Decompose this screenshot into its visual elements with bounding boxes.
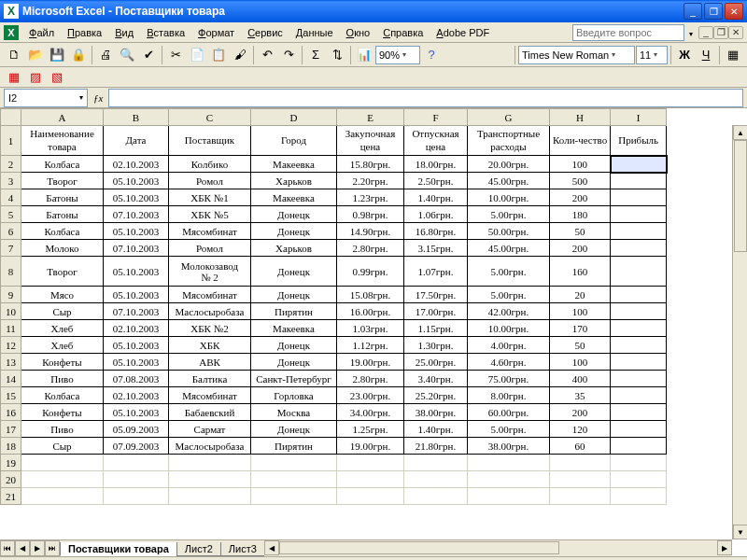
cell[interactable]: Санкт-Петербург: [251, 371, 337, 387]
cell[interactable]: [611, 189, 667, 206]
header-cell[interactable]: Коли-чество: [550, 126, 611, 156]
row-header-9[interactable]: 9: [1, 287, 21, 303]
open-button[interactable]: 📂: [25, 45, 46, 65]
cell[interactable]: [404, 488, 468, 505]
cell[interactable]: [468, 455, 550, 471]
cell[interactable]: 50: [550, 223, 611, 240]
cell[interactable]: 60.00грн.: [468, 404, 550, 421]
cell[interactable]: Хлеб: [21, 337, 104, 354]
menu-Окно[interactable]: Окно: [340, 25, 377, 40]
zoom-combo[interactable]: 90%▾: [375, 46, 420, 64]
row-header-13[interactable]: 13: [1, 354, 21, 371]
cell[interactable]: 38.00грн.: [468, 438, 550, 455]
cell[interactable]: Сармат: [169, 421, 251, 438]
cell[interactable]: [337, 488, 404, 505]
cell[interactable]: Харьков: [251, 240, 337, 257]
cell[interactable]: [104, 455, 169, 471]
cell[interactable]: 4.00грн.: [468, 337, 550, 354]
select-all-corner[interactable]: [1, 109, 21, 126]
cell[interactable]: 1.40грн.: [404, 421, 468, 438]
cell[interactable]: 5.00грн.: [468, 421, 550, 438]
pdf-btn-3[interactable]: ▧: [47, 67, 67, 88]
cell[interactable]: 1.06грн.: [404, 206, 468, 223]
cell[interactable]: [104, 471, 169, 488]
cell[interactable]: ХБК: [169, 337, 251, 354]
cell[interactable]: Макеевка: [251, 189, 337, 206]
cell[interactable]: 07.08.2003: [104, 371, 169, 387]
cell[interactable]: Колбаса: [21, 156, 104, 173]
col-header-D[interactable]: D: [251, 109, 337, 126]
menu-Формат[interactable]: Формат: [191, 25, 241, 40]
cell[interactable]: 05.10.2003: [104, 287, 169, 303]
format-painter-button[interactable]: 🖌: [230, 45, 250, 65]
cell[interactable]: Мясо: [21, 287, 104, 303]
cell[interactable]: Пирятин: [251, 303, 337, 320]
cell[interactable]: [404, 455, 468, 471]
cell[interactable]: [611, 404, 667, 421]
preview-button[interactable]: 🔍: [117, 45, 137, 65]
scroll-thumb-h[interactable]: [279, 541, 559, 554]
cell[interactable]: [169, 488, 251, 505]
cell[interactable]: 2.50грн.: [404, 173, 468, 189]
font-name-combo[interactable]: Times New Roman▾: [518, 46, 635, 64]
cell[interactable]: Колбаса: [21, 223, 104, 240]
fill-color-button[interactable]: ▦: [723, 45, 743, 65]
col-header-H[interactable]: H: [550, 109, 611, 126]
sheet-last-button[interactable]: ⏭: [45, 540, 60, 556]
cell[interactable]: [337, 455, 404, 471]
cell[interactable]: 21.80грн.: [404, 438, 468, 455]
col-header-E[interactable]: E: [337, 109, 404, 126]
cell[interactable]: 160: [550, 257, 611, 287]
cell[interactable]: [251, 455, 337, 471]
row-header-5[interactable]: 5: [1, 206, 21, 223]
menu-Вставка[interactable]: Вставка: [140, 25, 191, 40]
cell[interactable]: 42.00грн.: [468, 303, 550, 320]
cell[interactable]: 5.00грн.: [468, 287, 550, 303]
chart-button[interactable]: 📊: [354, 45, 374, 65]
cell[interactable]: [611, 455, 667, 471]
cell[interactable]: 05.10.2003: [104, 173, 169, 189]
cell[interactable]: 0.99грн.: [337, 257, 404, 287]
header-cell[interactable]: Транспортныерасходы: [468, 126, 550, 156]
cell[interactable]: АВК: [169, 354, 251, 371]
header-cell[interactable]: Поставщик: [169, 126, 251, 156]
menu-Вид[interactable]: Вид: [108, 25, 140, 40]
doc-restore-button[interactable]: ❐: [713, 26, 728, 39]
row-header-1[interactable]: 1: [1, 126, 21, 156]
bold-button[interactable]: Ж: [674, 45, 695, 65]
cell[interactable]: [611, 156, 667, 173]
cell[interactable]: 1.23грн.: [337, 189, 404, 206]
save-button[interactable]: 💾: [47, 45, 67, 65]
row-header-6[interactable]: 6: [1, 223, 21, 240]
cell[interactable]: 45.00грн.: [468, 173, 550, 189]
scroll-left-button[interactable]: ◀: [264, 540, 279, 555]
row-header-19[interactable]: 19: [1, 455, 21, 471]
col-header-I[interactable]: I: [611, 109, 667, 126]
cell[interactable]: 10.00грн.: [468, 189, 550, 206]
header-cell[interactable]: Дата: [104, 126, 169, 156]
cell[interactable]: 50.00грн.: [468, 223, 550, 240]
cell[interactable]: [611, 223, 667, 240]
cell[interactable]: Балтика: [169, 371, 251, 387]
cell[interactable]: Горловка: [251, 387, 337, 404]
cell[interactable]: 8.00грн.: [468, 387, 550, 404]
cell[interactable]: 05.10.2003: [104, 354, 169, 371]
scroll-thumb-v[interactable]: [734, 140, 747, 252]
menu-Сервис[interactable]: Сервис: [241, 25, 289, 40]
cell[interactable]: Батоны: [21, 206, 104, 223]
cell[interactable]: [611, 337, 667, 354]
row-header-21[interactable]: 21: [1, 488, 21, 505]
row-header-4[interactable]: 4: [1, 189, 21, 206]
autosum-button[interactable]: Σ: [305, 45, 326, 65]
cell[interactable]: 1.12грн.: [337, 337, 404, 354]
cell[interactable]: 400: [550, 371, 611, 387]
row-header-17[interactable]: 17: [1, 421, 21, 438]
redo-button[interactable]: ↷: [278, 45, 299, 65]
sheet-tab-active[interactable]: Поставщики товара: [60, 542, 177, 556]
cell[interactable]: 05.10.2003: [104, 189, 169, 206]
cell[interactable]: Бабаевский: [169, 404, 251, 421]
cell[interactable]: 100: [550, 303, 611, 320]
name-box[interactable]: I2▾: [4, 89, 88, 107]
cell[interactable]: 1.40грн.: [404, 189, 468, 206]
cell[interactable]: 02.10.2003: [104, 387, 169, 404]
